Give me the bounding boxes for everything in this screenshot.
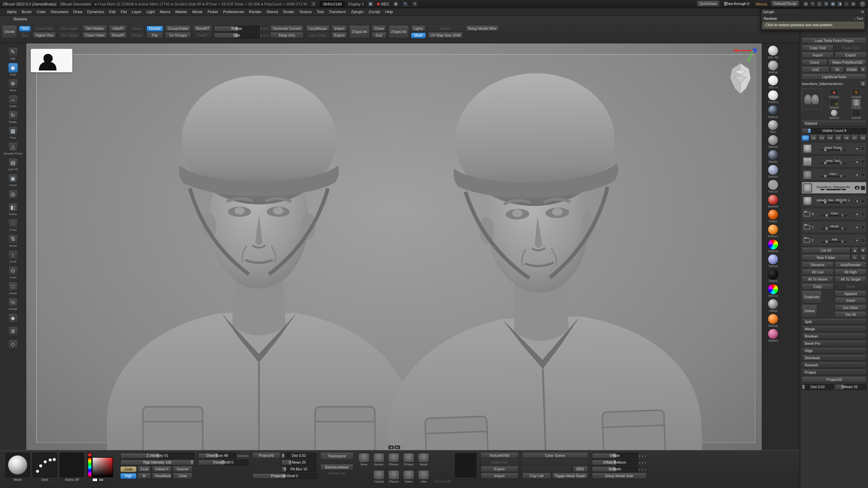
dock-actual-button[interactable]: □ Actual	[8, 282, 18, 295]
section-header[interactable]: Split	[802, 319, 867, 325]
polypaint-icon[interactable]	[861, 238, 865, 242]
visibility-eye-icon[interactable]	[855, 199, 860, 203]
dist-slider[interactable]: Dist 0.02	[281, 453, 316, 459]
subtool-item[interactable]: 2 Mouth	[802, 221, 867, 233]
toolbar-button[interactable]: Mask	[411, 32, 426, 38]
move-down-icon[interactable]: ▼	[860, 248, 867, 254]
material-item[interactable]: Reflect	[764, 209, 782, 223]
paste-tool-button[interactable]: Paste Tool	[835, 45, 867, 51]
del-all-button[interactable]: Del All	[835, 312, 867, 318]
toolbar-button[interactable]: Clone	[372, 26, 386, 31]
rename-button[interactable]: Rename	[802, 262, 834, 268]
fold-down-icon[interactable]: ↘	[860, 255, 867, 261]
section-header[interactable]: Remesh	[802, 362, 867, 368]
tool-slot[interactable]: 14 SpaceB	[824, 99, 844, 109]
dock-zoom-button[interactable]: ⊙ Zoom	[8, 266, 18, 279]
export-button[interactable]: Export	[480, 466, 518, 472]
texture-preview[interactable]	[454, 453, 477, 478]
visibility-eye-icon[interactable]	[855, 212, 860, 216]
lightbox-tools-button[interactable]: Lightbox▸Tools	[802, 74, 867, 80]
alpha-preview[interactable]	[60, 453, 84, 477]
menu-item[interactable]: Alpha	[4, 8, 19, 15]
dock-rotate-button[interactable]: ↻ Rotate	[8, 110, 18, 123]
material-item[interactable]: MatCap	[764, 135, 782, 148]
dock-draw-button[interactable]: ◉ Draw	[8, 63, 18, 76]
refresh-icon[interactable]: ⟲	[861, 10, 864, 14]
menu-item[interactable]: Edit	[107, 8, 118, 15]
toolbar-button[interactable]: GoZ	[372, 32, 386, 38]
titlebar-icon[interactable]: ▤	[803, 1, 809, 7]
texture-on-label[interactable]: Texture On	[320, 471, 353, 475]
zapplink-button[interactable]: ZAppLink	[349, 26, 370, 38]
menu-item[interactable]: Tool	[314, 8, 326, 15]
tool-r-button[interactable]: R	[860, 81, 867, 87]
subtool-item[interactable]: 5 Eyes	[802, 208, 867, 220]
menu-item[interactable]: Movie	[190, 8, 205, 15]
toolbar-button[interactable]: Grow	[129, 26, 145, 31]
topological-button[interactable]: Topological	[320, 453, 353, 460]
clear-scene-button[interactable]: Clear Scene	[522, 453, 588, 459]
view-tab[interactable]: V8	[859, 135, 867, 141]
import-button[interactable]: Import	[480, 473, 518, 479]
view-tab[interactable]: V5	[834, 135, 842, 141]
material-item[interactable]: Blinn	[764, 120, 782, 133]
view-tab[interactable]: V7	[851, 135, 859, 141]
toolbar-button[interactable]: StoreMT	[193, 26, 212, 31]
menu-item[interactable]: Light	[144, 8, 157, 15]
subtool-item[interactable]: Head_Posed	[802, 142, 867, 155]
tool-slot[interactable]: S SimpleB	[846, 89, 867, 98]
subtool-item[interactable]: Hair1	[802, 168, 867, 181]
menu-item[interactable]: Zplugin	[349, 8, 366, 15]
brush-slot[interactable]: ZRemes	[387, 470, 401, 486]
tertiary-swatch[interactable]	[98, 478, 104, 482]
polypaint-icon[interactable]	[861, 172, 865, 177]
material-item[interactable]: MatCap	[764, 60, 782, 74]
menu-item[interactable]: Draw	[71, 8, 85, 15]
copy-tool-button[interactable]: Copy Tool	[802, 45, 834, 51]
load-tools-from-project-button[interactable]: Load Tools From Project	[802, 38, 867, 44]
section-header[interactable]: Merge	[802, 326, 867, 332]
mode-button[interactable]: Clear	[173, 473, 193, 479]
axis-toggle-icons[interactable]: x y z	[259, 34, 268, 37]
toolbar-button[interactable]: Export	[331, 32, 347, 38]
pencil-icon[interactable]: ✎	[402, 1, 408, 7]
visibility-eye-icon[interactable]	[855, 147, 860, 151]
all-to-home-button[interactable]: All To Home	[802, 276, 834, 283]
menu-item[interactable]: Texture	[297, 8, 314, 15]
material-item[interactable]: BumpVi	[764, 164, 782, 178]
stroke-preview[interactable]	[33, 453, 57, 477]
texture-off-label[interactable]: Texture Off	[434, 480, 451, 484]
dock-frame-button[interactable]: ▣ Frame	[8, 173, 18, 187]
material-item[interactable]: HSVCol	[764, 284, 782, 297]
secondary-swatch[interactable]	[92, 478, 98, 482]
titlebar-icon[interactable]: ⊞	[823, 1, 829, 7]
material-item[interactable]: JellyBea	[764, 328, 782, 342]
tray-left-button[interactable]: Tray Left	[522, 473, 551, 479]
inflate-slider[interactable]: Inflate	[592, 453, 638, 459]
toolbar-button[interactable]: GroupVisible	[165, 26, 191, 31]
color-picker[interactable]	[88, 453, 117, 483]
rotate-slider[interactable]: Rotate	[214, 26, 259, 31]
polypaint-icon[interactable]	[861, 159, 865, 164]
material-item[interactable]: Reflecte	[764, 105, 782, 119]
menu-item[interactable]: Stroke	[281, 8, 296, 15]
titlebar-icon[interactable]: ✎	[810, 1, 815, 7]
toolbar-button[interactable]: Close Holes	[83, 32, 107, 38]
subtool-item[interactable]: 2 Hair	[802, 234, 867, 246]
brush-slot[interactable]: Flatten	[402, 470, 415, 486]
dock-floor-button[interactable]: ▦ Floor	[8, 126, 18, 139]
menu-item[interactable]: Macro	[158, 8, 173, 15]
rgb-intensity-slider[interactable]: Rgb Intensity 100	[120, 459, 194, 465]
see-through-slider[interactable]: See-through 0	[723, 1, 752, 7]
section-header[interactable]: Project	[802, 369, 867, 376]
textureraw-button[interactable]: TextureRAW	[480, 453, 518, 459]
projectall-button[interactable]: ProjectAll	[252, 453, 280, 459]
brush-slot[interactable]: Inflat	[417, 470, 430, 486]
visibility-eye-icon[interactable]	[855, 160, 860, 164]
material-item[interactable]: Reflecte	[764, 239, 782, 253]
paste-subtool-button[interactable]: Paste	[835, 284, 867, 290]
dock-camera-button[interactable]: ◎	[8, 189, 18, 200]
material-item[interactable]: MatCap	[764, 314, 782, 327]
subtool-mini-slider[interactable]	[820, 163, 846, 164]
polypaint-icon[interactable]	[861, 212, 865, 216]
